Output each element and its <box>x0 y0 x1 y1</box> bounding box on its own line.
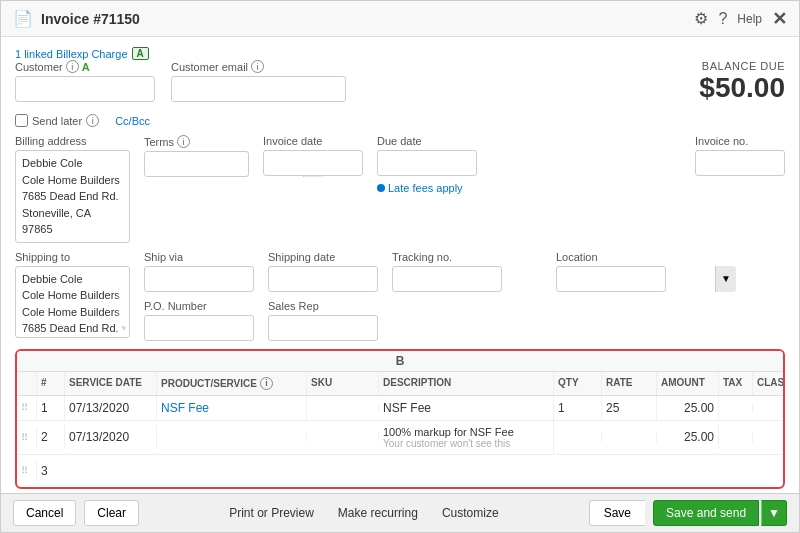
row1-tax[interactable] <box>719 403 753 413</box>
invoice-no-input[interactable]: 71150 <box>695 150 785 176</box>
header-left: 📄 Invoice #71150 <box>13 9 140 28</box>
late-fees-dot <box>377 184 385 192</box>
th-class: CLASS <box>753 372 785 395</box>
save-and-send-button[interactable]: Save and send <box>653 500 759 526</box>
terms-select-wrapper: Net 30 ▼ <box>144 151 249 177</box>
row2-tax[interactable] <box>719 432 753 442</box>
linked-charge[interactable]: 1 linked Billexp Charge A <box>15 47 785 60</box>
terms-info-icon[interactable]: i <box>177 135 190 148</box>
sales-rep-input[interactable] <box>268 315 378 341</box>
shipping-line-4: 7685 Dead End Rd. <box>22 320 123 337</box>
clear-button[interactable]: Clear <box>84 500 139 526</box>
customer-email-row: Customer i A Cole Home Builders ▼ Custom… <box>15 60 346 102</box>
billing-row: Billing address Debbie Cole Cole Home Bu… <box>15 135 785 243</box>
billing-address-group: Billing address Debbie Cole Cole Home Bu… <box>15 135 130 243</box>
ship-top-row: Ship via Shipping date Tracking no. Loca… <box>144 251 666 292</box>
shipping-date-group: Shipping date <box>268 251 378 292</box>
location-input-wrapper: ▼ <box>556 266 666 292</box>
ship-via-group: Ship via <box>144 251 254 292</box>
po-input[interactable] <box>144 315 254 341</box>
invoice-date-label: Invoice date <box>263 135 363 147</box>
a-badge: A <box>132 47 149 60</box>
terms-label: Terms i <box>144 135 249 148</box>
save-group: Save <box>589 500 645 526</box>
billing-address-box[interactable]: Debbie Cole Cole Home Builders 7685 Dead… <box>15 150 130 243</box>
customer-input[interactable]: Cole Home Builders <box>16 78 174 100</box>
send-later-info-icon[interactable]: i <box>86 114 99 127</box>
row2-class[interactable] <box>753 432 785 442</box>
row2-num: 2 <box>37 425 65 449</box>
row1-qty[interactable]: 1 <box>554 396 602 420</box>
location-group: Location ▼ <box>556 251 666 292</box>
customer-field-group: Customer i A Cole Home Builders ▼ <box>15 60 155 102</box>
drag-handle-3[interactable]: ⠿ <box>17 460 37 481</box>
shipping-date-label: Shipping date <box>268 251 378 263</box>
cancel-button[interactable]: Cancel <box>13 500 76 526</box>
row1-num: 1 <box>37 396 65 420</box>
invoice-icon: 📄 <box>13 9 33 28</box>
customer-info-icon[interactable]: i <box>66 60 79 73</box>
header-right: ⚙ ? Help ✕ <box>694 8 787 30</box>
row2-rate[interactable] <box>602 432 657 442</box>
row2-desc: 100% markup for NSF Fee Your customer wo… <box>379 421 554 454</box>
product-info-icon[interactable]: i <box>260 377 273 390</box>
ship-via-input[interactable] <box>144 266 254 292</box>
th-service-date: SERVICE DATE <box>65 372 157 395</box>
row1-sku[interactable] <box>307 403 379 413</box>
location-input[interactable] <box>557 268 715 290</box>
location-dropdown-btn[interactable]: ▼ <box>715 266 736 292</box>
tracking-no-group: Tracking no. <box>392 251 502 292</box>
customer-label: Customer i A <box>15 60 155 73</box>
late-fees[interactable]: Late fees apply <box>377 182 477 194</box>
row1-product[interactable]: NSF Fee <box>157 396 307 420</box>
help-icon[interactable]: ? <box>718 10 727 28</box>
po-sales-row: P.O. Number Sales Rep <box>144 300 666 341</box>
b-section-badge: B <box>17 351 783 372</box>
row2-sku[interactable] <box>307 432 379 442</box>
ccbcc-link[interactable]: Cc/Bcc <box>115 115 150 127</box>
billing-address-label: Billing address <box>15 135 130 147</box>
row1-desc[interactable]: NSF Fee <box>379 396 554 420</box>
ship-via-label: Ship via <box>144 251 254 263</box>
customer-email-input[interactable]: colehb@example.com <box>171 76 346 102</box>
help-label[interactable]: Help <box>737 12 762 26</box>
shipping-date-input[interactable] <box>268 266 378 292</box>
make-recurring-button[interactable]: Make recurring <box>334 501 422 525</box>
save-send-group: Save and send ▼ <box>653 500 787 526</box>
close-button[interactable]: ✕ <box>772 8 787 30</box>
row2-desc-line1[interactable]: 100% markup for NSF Fee <box>383 426 549 438</box>
th-tax: TAX <box>719 372 753 395</box>
row1-class[interactable] <box>753 403 785 413</box>
settings-icon[interactable]: ⚙ <box>694 9 708 28</box>
invoice-date-input[interactable]: 08/12/2020 <box>263 150 363 176</box>
drag-handle-2[interactable]: ⠿ <box>17 427 37 448</box>
th-amount: AMOUNT <box>657 372 719 395</box>
row1-date[interactable]: 07/13/2020 <box>65 396 157 420</box>
customize-button[interactable]: Customize <box>438 501 503 525</box>
footer-left: Cancel Clear <box>13 500 139 526</box>
row1-rate[interactable]: 25 <box>602 396 657 420</box>
send-later-checkbox-label[interactable]: Send later i <box>15 114 99 127</box>
print-preview-button[interactable]: Print or Preview <box>225 501 318 525</box>
save-and-send-dropdown[interactable]: ▼ <box>761 500 787 526</box>
tracking-no-input[interactable] <box>392 266 502 292</box>
due-date-group: Due date 09/11/2020 Late fees apply <box>377 135 477 194</box>
shipping-line-3: Cole Home Builders <box>22 304 123 321</box>
row2-amount[interactable]: 25.00 <box>657 425 719 449</box>
shipping-line-5: Stoneville, CA 97865 <box>22 337 123 338</box>
send-later-checkbox[interactable] <box>15 114 28 127</box>
po-group: P.O. Number <box>144 300 254 341</box>
email-info-icon[interactable]: i <box>251 60 264 73</box>
action-footer: Cancel Clear Print or Preview Make recur… <box>1 493 799 532</box>
po-label: P.O. Number <box>144 300 254 312</box>
row2-product[interactable] <box>157 432 307 442</box>
billing-line-1: Debbie Cole <box>22 155 123 172</box>
row2-qty[interactable] <box>554 432 602 442</box>
terms-group: Terms i Net 30 ▼ <box>144 135 249 177</box>
save-button[interactable]: Save <box>589 500 645 526</box>
row2-date[interactable]: 07/13/2020 <box>65 425 157 449</box>
row1-amount[interactable]: 25.00 <box>657 396 719 420</box>
due-date-input[interactable]: 09/11/2020 <box>377 150 477 176</box>
drag-handle-1[interactable]: ⠿ <box>17 397 37 418</box>
shipping-to-box[interactable]: Debbie Cole Cole Home Builders Cole Home… <box>15 266 130 338</box>
